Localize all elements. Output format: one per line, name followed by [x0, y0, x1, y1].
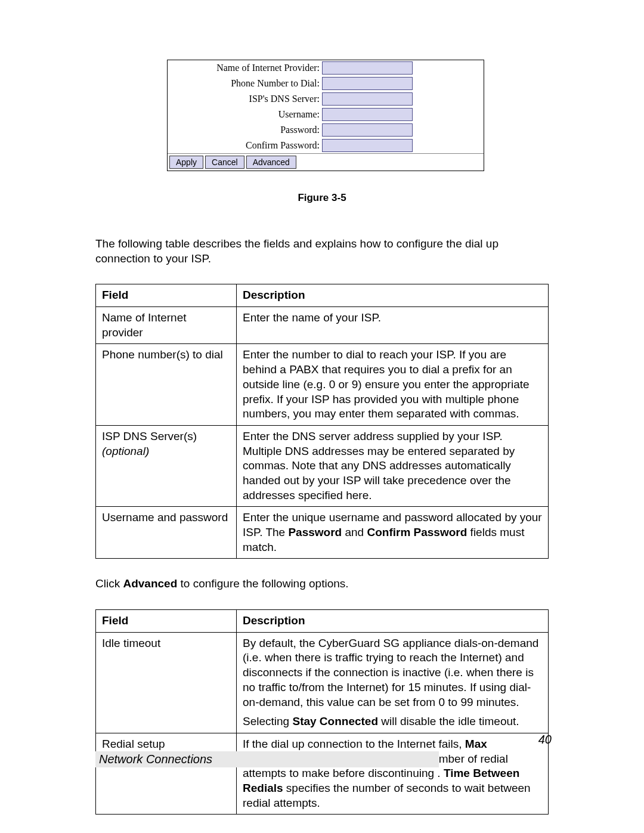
- table-row: Phone number(s) to dial Enter the number…: [96, 344, 549, 425]
- intro-text: The following table describes the fields…: [95, 237, 549, 266]
- table-row: Name of Internet provider Enter the name…: [96, 307, 549, 344]
- field-name: Phone number(s) to dial: [96, 344, 237, 425]
- table2-header-desc: Description: [237, 610, 549, 633]
- table2-header-field: Field: [96, 610, 237, 633]
- label-confirm: Confirm Password:: [168, 140, 322, 151]
- input-username[interactable]: [322, 108, 413, 121]
- table-row: ISP DNS Server(s) (optional) Enter the D…: [96, 425, 549, 506]
- fields-table-1: Field Description Name of Internet provi…: [95, 284, 549, 559]
- field-name: Username and password: [96, 507, 237, 559]
- input-confirm[interactable]: [322, 139, 413, 152]
- advanced-button[interactable]: Advanced: [246, 156, 296, 169]
- field-name: Idle timeout: [96, 632, 237, 733]
- footer-section-label: Network Connections: [95, 751, 439, 767]
- field-desc: If the dial up connection to the Interne…: [237, 733, 549, 814]
- advanced-intro: Click Advanced to configure the followin…: [95, 577, 549, 592]
- field-name: ISP DNS Server(s) (optional): [96, 425, 237, 506]
- cancel-button[interactable]: Cancel: [205, 156, 244, 169]
- fields-table-2: Field Description Idle timeout By defaul…: [95, 609, 549, 815]
- table-row: Username and password Enter the unique u…: [96, 507, 549, 559]
- label-provider: Name of Internet Provider:: [168, 63, 322, 73]
- table1-header-desc: Description: [237, 284, 549, 307]
- field-name: Name of Internet provider: [96, 307, 237, 344]
- input-password[interactable]: [322, 123, 413, 137]
- table1-header-field: Field: [96, 284, 237, 307]
- dialup-form-screenshot: Name of Internet Provider: Phone Number …: [167, 60, 484, 171]
- field-desc: Enter the name of your ISP.: [237, 307, 549, 344]
- figure-caption: Figure 3-5: [95, 192, 549, 204]
- table-row: Idle timeout By default, the CyberGuard …: [96, 632, 549, 733]
- label-username: Username:: [168, 109, 322, 120]
- field-desc: Enter the unique username and password a…: [237, 507, 549, 559]
- label-password: Password:: [168, 125, 322, 135]
- field-desc: By default, the CyberGuard SG appliance …: [237, 632, 549, 733]
- input-provider[interactable]: [322, 61, 413, 75]
- field-name: Redial setup: [96, 733, 237, 814]
- apply-button[interactable]: Apply: [169, 156, 203, 169]
- input-phone[interactable]: [322, 77, 413, 90]
- field-desc: Enter the number to dial to reach your I…: [237, 344, 549, 425]
- field-desc: Enter the DNS server address supplied by…: [237, 425, 549, 506]
- label-phone: Phone Number to Dial:: [168, 78, 322, 89]
- label-dns: ISP's DNS Server:: [168, 94, 322, 104]
- input-dns[interactable]: [322, 92, 413, 106]
- page-number: 40: [538, 733, 552, 747]
- table-row: Redial setup If the dial up connection t…: [96, 733, 549, 814]
